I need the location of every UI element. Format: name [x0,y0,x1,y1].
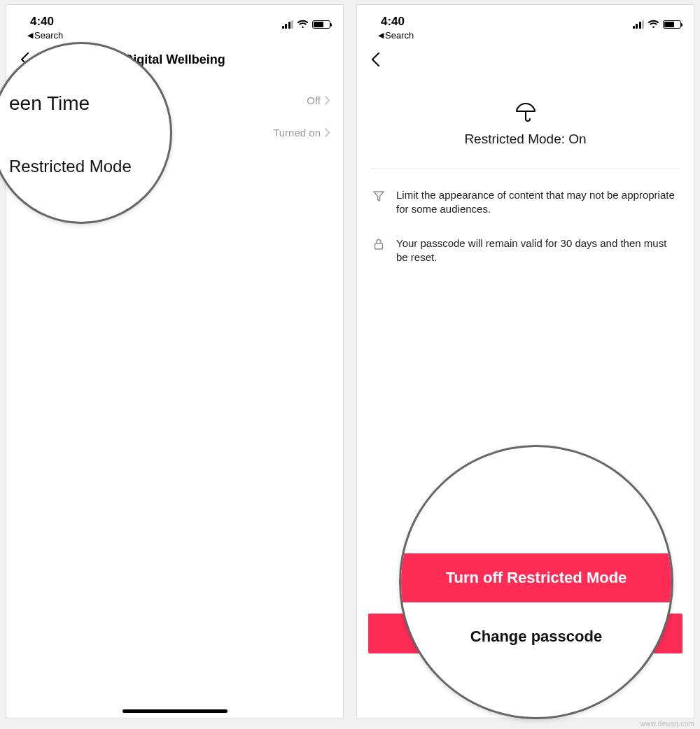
row-label: Screen Time Management [19,94,150,106]
svg-rect-0 [375,243,383,249]
breadcrumb-back[interactable]: ◀ Search [357,30,694,43]
chevron-right-icon [325,96,330,105]
umbrella-icon [371,101,680,125]
status-time: 4:40 [381,15,405,29]
row-screen-time[interactable]: Screen Time Management Off [6,84,343,116]
back-button[interactable] [16,51,33,68]
row-value: Turned on [273,127,330,139]
status-bar: 4:40 [6,5,343,30]
hero: Restricted Mode: On [371,101,680,147]
breadcrumb-back[interactable]: ◀ Search [6,30,343,43]
info-text: Limit the appearance of content that may… [396,188,678,217]
status-icons [633,20,682,29]
wifi-icon [648,20,659,29]
breadcrumb-caret-icon: ◀ [378,31,384,40]
row-label: Restricted Mode [19,126,101,139]
status-bar: 4:40 [357,5,694,30]
chevron-right-icon [325,128,330,137]
nav-header [357,43,694,76]
status-icons [282,20,331,29]
breadcrumb-caret-icon: ◀ [27,31,33,40]
turn-off-restricted-button[interactable]: Turn off Restricted Mode [368,614,682,653]
home-indicator[interactable] [122,709,227,713]
info-row-passcode: Your passcode will remain valid for 30 d… [371,229,680,278]
battery-icon [312,20,330,29]
battery-icon [663,20,681,29]
wifi-icon [297,20,309,29]
row-value: Off [307,94,330,106]
status-time: 4:40 [30,15,54,29]
watermark: www.deuaq.com [640,720,694,728]
nav-header: Digital Wellbeing [6,43,343,76]
info-text: Your passcode will remain valid for 30 d… [396,236,678,265]
row-restricted-mode[interactable]: Restricted Mode Turned on [6,116,343,148]
bottom-actions: Turn off Restricted Mode Change passcode [357,614,694,719]
phone-screen-left: 4:40 ◀ Search Digital Wellbeing Screen T… [6,4,344,719]
funnel-icon [372,190,386,202]
change-passcode-button[interactable]: Change passcode [368,672,682,700]
hero-title: Restricted Mode: On [371,132,680,147]
phone-screen-right: 4:40 ◀ Search Restricted Mode: [356,4,694,719]
back-button[interactable] [367,51,384,68]
signal-icon [633,20,645,29]
divider [371,168,680,169]
page-title: Digital Wellbeing [124,52,225,67]
signal-icon [282,20,294,29]
info-row-filter: Limit the appearance of content that may… [371,181,680,229]
lock-icon [372,238,386,250]
breadcrumb-label: Search [385,30,414,41]
breadcrumb-label: Search [34,30,63,41]
